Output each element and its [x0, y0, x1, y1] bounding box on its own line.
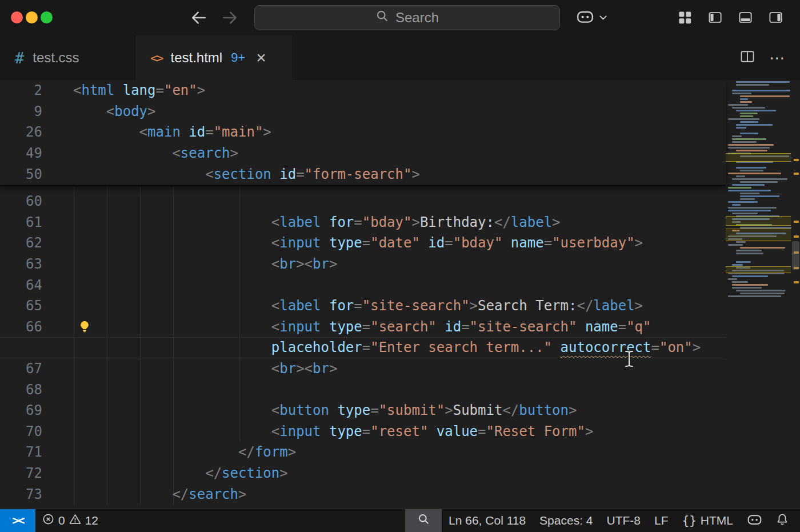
command-center-search[interactable]: Search	[254, 5, 560, 30]
code-text[interactable]: </search>	[73, 486, 246, 502]
line-number[interactable]: 65	[0, 298, 43, 314]
more-actions-icon[interactable]: ⋯	[769, 49, 785, 67]
minimap-line	[736, 250, 762, 251]
code-text[interactable]: <label for="bday">Birthday:</label>	[73, 214, 561, 230]
minimap-line	[732, 204, 741, 206]
notifications-bell[interactable]	[769, 509, 795, 532]
line-number[interactable]: 72	[0, 465, 43, 481]
code-text[interactable]: <html lang="en">	[73, 82, 205, 98]
sticky-line[interactable]: 49 <search>	[0, 143, 726, 164]
problems-indicator[interactable]: 0 12	[35, 509, 105, 532]
code-line[interactable]: 73 </search>	[0, 483, 726, 505]
editor[interactable]: 6061 <label for="bday">Birthday:</label>…	[0, 80, 800, 509]
eol-indicator[interactable]: LF	[647, 509, 675, 532]
minimap-line	[732, 264, 743, 266]
customize-layout-icon[interactable]	[677, 10, 693, 25]
line-number[interactable]: 66	[0, 319, 43, 335]
code-line[interactable]: 65 <label for="site-search">Search Term:…	[0, 295, 726, 317]
toggle-primary-sidebar-icon[interactable]	[707, 10, 723, 25]
code-line[interactable]: placeholder="Enter search term..." autoc…	[0, 337, 726, 358]
sticky-scroll[interactable]: 2<html lang="en">9 <body>26 <main id="ma…	[0, 80, 726, 186]
close-tab-icon[interactable]: ×	[256, 49, 266, 66]
sticky-line[interactable]: 2<html lang="en">	[0, 80, 726, 101]
code-text[interactable]: placeholder="Enter search term..." autoc…	[73, 339, 701, 355]
line-number[interactable]: 71	[0, 444, 43, 460]
remote-indicator[interactable]: ><	[0, 509, 35, 532]
line-number[interactable]: 61	[0, 214, 43, 230]
code-line[interactable]: 68	[0, 379, 726, 400]
line-number[interactable]: 62	[0, 235, 43, 251]
code-line[interactable]: 70 <input type="reset" value="Reset Form…	[0, 421, 726, 442]
line-number[interactable]: 73	[0, 486, 43, 502]
minimap-line	[727, 130, 792, 131]
code-text[interactable]: <main id="main">	[73, 124, 271, 140]
code-text[interactable]: </form>	[73, 444, 296, 460]
code-text[interactable]: <section id="form-search">	[73, 166, 420, 182]
cursor-position[interactable]: Ln 66, Col 118	[442, 509, 533, 532]
minimap[interactable]	[727, 81, 792, 298]
code-text[interactable]: <input type="date" id="bday" name="userb…	[73, 235, 643, 251]
minimap-line	[732, 287, 762, 289]
code-line[interactable]: 63 <br><br>	[0, 254, 726, 275]
code-line[interactable]: 67 <br><br>	[0, 358, 726, 379]
line-number[interactable]: 26	[0, 124, 43, 140]
lightbulb-icon[interactable]	[78, 319, 91, 334]
code-line[interactable]: 71 </form>	[0, 442, 726, 463]
traffic-light-close-button[interactable]	[11, 11, 23, 23]
line-number[interactable]: 67	[0, 361, 43, 377]
line-number[interactable]: 2	[0, 82, 43, 98]
overview-ruler-mark	[794, 235, 799, 238]
minimap-highlight	[726, 216, 791, 226]
code-text[interactable]: </section>	[73, 465, 288, 481]
toggle-panel-icon[interactable]	[738, 10, 753, 25]
code-text[interactable]: <button type="submit">Submit</button>	[73, 402, 577, 418]
braces-icon: {}	[682, 514, 697, 527]
code-text[interactable]: <input type="reset" value="Reset Form">	[73, 423, 593, 439]
tab-test-css[interactable]: # test.css	[0, 35, 135, 80]
code-text[interactable]: <br><br>	[73, 361, 337, 377]
line-number[interactable]: 60	[0, 193, 43, 209]
code-text[interactable]: <body>	[73, 103, 156, 119]
copilot-menu[interactable]	[576, 8, 607, 27]
copilot-status[interactable]	[740, 509, 769, 532]
code-line[interactable]: 66 <input type="search" id="site-search"…	[0, 317, 726, 338]
tab-test-html[interactable]: <> test.html 9+ ×	[135, 35, 293, 80]
line-number[interactable]: 68	[0, 382, 43, 398]
code-line[interactable]: 62 <input type="date" id="bday" name="us…	[0, 233, 726, 254]
code-area[interactable]: 6061 <label for="bday">Birthday:</label>…	[0, 191, 726, 505]
minimap-line	[728, 295, 781, 297]
traffic-light-minimize-button[interactable]	[26, 11, 38, 23]
encoding-indicator[interactable]: UTF-8	[600, 509, 648, 532]
line-number[interactable]: 49	[0, 145, 43, 161]
sticky-line[interactable]: 50 <section id="form-search">	[0, 163, 726, 185]
split-editor-icon[interactable]	[739, 49, 755, 67]
back-button[interactable]	[190, 9, 208, 27]
code-line[interactable]: 69 <button type="submit">Submit</button>	[0, 400, 726, 421]
forward-button[interactable]	[221, 9, 239, 27]
sticky-line[interactable]: 9 <body>	[0, 101, 726, 122]
sticky-line[interactable]: 26 <main id="main">	[0, 122, 726, 143]
line-number[interactable]: 63	[0, 256, 43, 272]
minimap-line	[736, 81, 790, 83]
line-number[interactable]: 69	[0, 402, 43, 418]
code-line[interactable]: 60	[0, 191, 726, 212]
code-text[interactable]: <search>	[73, 145, 238, 161]
minimap-line	[740, 195, 779, 197]
language-indicator[interactable]: {} HTML	[675, 509, 740, 532]
indentation-indicator[interactable]: Spaces: 4	[533, 509, 599, 532]
glyph-margin	[43, 274, 73, 295]
code-text[interactable]: <input type="search" id="site-search" na…	[73, 319, 651, 335]
zoom-indicator[interactable]	[405, 509, 442, 532]
line-number[interactable]: 70	[0, 423, 43, 439]
code-line[interactable]: 72 </section>	[0, 463, 726, 484]
traffic-light-zoom-button[interactable]	[41, 11, 53, 23]
line-number[interactable]: 50	[0, 166, 43, 182]
code-text[interactable]: <label for="site-search">Search Term:</l…	[73, 298, 643, 314]
code-text[interactable]: <br><br>	[73, 256, 337, 272]
line-number[interactable]: 9	[0, 103, 43, 119]
code-line[interactable]: 64	[0, 274, 726, 295]
toggle-secondary-sidebar-icon[interactable]	[768, 10, 783, 25]
line-number[interactable]: 64	[0, 277, 43, 293]
scrollbar-slider[interactable]	[792, 241, 799, 270]
code-line[interactable]: 61 <label for="bday">Birthday:</label>	[0, 212, 726, 233]
